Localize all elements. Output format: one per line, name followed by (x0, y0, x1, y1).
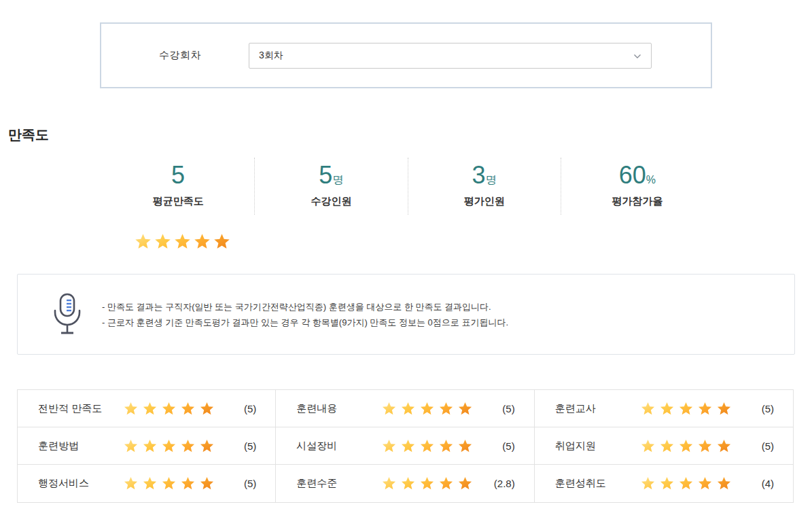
rating-label: 전반적 만족도 (18, 402, 113, 415)
rating-stars (113, 438, 225, 454)
notice-line: - 만족도 결과는 구직자(일반 또는 국가기간전략산업직종) 훈련생을 대상으… (102, 299, 508, 315)
star-icon (134, 232, 152, 251)
rating-cell: 시설장비(5) (276, 427, 534, 465)
star-icon (381, 476, 397, 491)
rating-stars (630, 438, 743, 454)
microphone-icon (50, 292, 84, 337)
session-select-value: 3회차 (259, 50, 283, 62)
star-icon (123, 476, 139, 491)
star-icon (659, 438, 675, 454)
star-icon (697, 438, 713, 454)
rating-stars (371, 401, 483, 417)
rating-label: 취업지원 (535, 440, 630, 453)
session-select[interactable]: 3회차 (249, 43, 652, 69)
ratings-table: 전반적 만족도(5)훈련내용(5)훈련교사(5)훈련방법(5)시설장비(5)취업… (17, 389, 794, 503)
star-icon (199, 438, 215, 454)
star-icon (142, 401, 158, 417)
rating-label: 훈련수준 (276, 477, 371, 490)
star-icon (123, 438, 139, 454)
notice-text: - 만족도 결과는 구직자(일반 또는 국가기간전략산업직종) 훈련생을 대상으… (102, 299, 508, 330)
star-icon (678, 401, 694, 417)
rating-label: 훈련내용 (276, 402, 371, 415)
session-selector-label: 수강회차 (159, 49, 201, 62)
rating-value: (2.8) (484, 478, 534, 489)
rating-cell: 취업지원(5) (535, 427, 793, 465)
rating-stars (371, 438, 483, 454)
star-icon (678, 476, 694, 491)
star-icon (716, 476, 732, 491)
stat-participation-rate: 60% 평가참가율 (561, 158, 713, 215)
star-icon (457, 401, 473, 417)
star-icon (400, 438, 416, 454)
notice-box: - 만족도 결과는 구직자(일반 또는 국가기간전략산업직종) 훈련생을 대상으… (17, 274, 795, 355)
stat-evaluator-count: 3명 평가인원 (408, 158, 561, 215)
star-icon (161, 401, 177, 417)
rating-cell: 전반적 만족도(5) (18, 390, 276, 427)
rating-stars (630, 476, 743, 491)
star-icon (659, 401, 675, 417)
chevron-down-icon (633, 50, 641, 62)
star-icon (173, 232, 192, 251)
rating-value: (5) (225, 478, 275, 489)
rating-label: 훈련교사 (535, 402, 630, 415)
rating-value: (5) (484, 403, 534, 414)
stat-label: 수강인원 (255, 195, 407, 208)
rating-value: (5) (225, 403, 275, 414)
star-icon (180, 438, 196, 454)
star-icon (419, 401, 435, 417)
stat-value: 60% (561, 162, 713, 189)
star-icon (180, 401, 196, 417)
rating-value: (5) (743, 440, 793, 452)
stat-label: 평가인원 (408, 195, 561, 208)
star-icon (213, 232, 231, 251)
star-icon (438, 401, 454, 417)
star-icon (193, 232, 211, 251)
stat-value: 5 (102, 162, 254, 189)
rating-cell: 훈련성취도(4) (535, 465, 793, 502)
star-icon (180, 476, 196, 491)
rating-stars (630, 401, 743, 417)
average-stars (134, 232, 231, 251)
rating-cell: 훈련수준(2.8) (276, 465, 534, 502)
star-icon (419, 438, 435, 454)
star-icon (199, 476, 215, 491)
star-icon (640, 438, 656, 454)
rating-value: (5) (225, 440, 275, 452)
star-icon (381, 438, 397, 454)
page: 수강회차 3회차 만족도 5 평균만족도 5명 수강인원 3명 평가인원 60%… (0, 0, 812, 530)
star-icon (438, 476, 454, 491)
rating-cell: 훈련교사(5) (535, 390, 793, 427)
star-icon (457, 476, 473, 491)
stats-bar: 5 평균만족도 5명 수강인원 3명 평가인원 60% 평가참가율 (102, 158, 713, 215)
star-icon (419, 476, 435, 491)
session-selector-box: 수강회차 3회차 (100, 22, 712, 88)
star-icon (640, 476, 656, 491)
star-icon (381, 401, 397, 417)
stat-label: 평가참가율 (561, 195, 713, 208)
stat-value: 5명 (255, 162, 407, 189)
page-title: 만족도 (8, 126, 49, 144)
rating-label: 훈련방법 (18, 440, 113, 453)
star-icon (438, 438, 454, 454)
star-icon (161, 438, 177, 454)
star-icon (697, 476, 713, 491)
rating-label: 훈련성취도 (535, 477, 630, 490)
star-icon (716, 438, 732, 454)
star-icon (400, 476, 416, 491)
rating-stars (371, 476, 483, 491)
star-icon (697, 401, 713, 417)
star-icon (400, 401, 416, 417)
notice-line: - 근로자 훈련생 기준 만족도평가 결과만 있는 경우 각 항목별(9가지) … (102, 315, 508, 330)
stat-enrolled-count: 5명 수강인원 (254, 158, 407, 215)
rating-label: 행정서비스 (18, 477, 113, 490)
star-icon (457, 438, 473, 454)
star-icon (716, 401, 732, 417)
stat-label: 평균만족도 (102, 195, 254, 208)
star-icon (142, 438, 158, 454)
star-icon (154, 232, 172, 251)
rating-value: (5) (743, 403, 793, 414)
star-icon (678, 438, 694, 454)
rating-label: 시설장비 (276, 440, 371, 453)
rating-stars (113, 476, 225, 491)
rating-stars (113, 401, 225, 417)
